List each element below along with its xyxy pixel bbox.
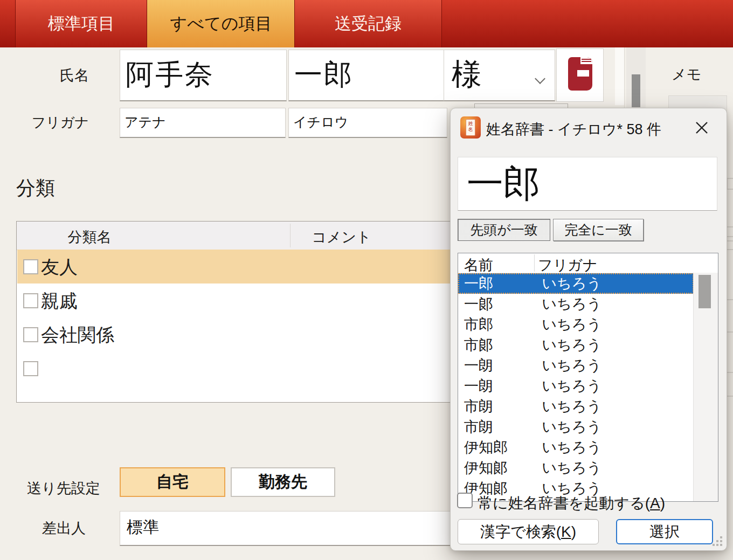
category-checkbox[interactable] [23,361,38,376]
dictionary-row-kana: いちろう [536,417,602,437]
dictionary-row-kana: いちろう [536,376,602,396]
dictionary-row-kana: いちろう [536,273,602,294]
dictionary-rows: 一郎 いちろう 一郞 いちろう 市郎 いちろう 市郞 [458,273,694,499]
dictionary-row[interactable]: 伊知郞 いちろう [458,458,694,478]
destination-label: 送り先設定 [27,479,100,498]
first-name-field[interactable]: 一郎 [288,50,448,101]
honorific-combobox[interactable]: 様 [444,50,555,101]
category-checkbox[interactable] [23,327,38,342]
dictionary-row-name: 一朗 [458,355,531,376]
category-row-label: 会社関係 [41,323,114,348]
dictionary-row[interactable]: 市郎 いちろう [458,314,694,335]
tab-bar: 標準項目 すべての項目 送受記録 [0,0,733,47]
chevron-down-icon [536,74,545,82]
dictionary-row-kana: いちろう [536,437,602,458]
match-prefix-button[interactable]: 先頭が一致 [458,219,550,241]
honorific-value: 様 [452,54,482,95]
always-start-checkbox[interactable] [457,493,473,508]
sender-label: 差出人 [42,518,86,538]
always-start-checkbox-label: 常に姓名辞書を起動する(A) [478,493,665,514]
dictionary-list-header: 名前 フリガナ [458,253,718,273]
dictionary-row-name: 市朗 [458,396,531,417]
category-comment-column-header: コメント [302,227,381,247]
scrollbar-thumb[interactable] [632,74,640,107]
dictionary-row-name: 一郞 [458,294,531,314]
name-dictionary-button[interactable] [556,49,604,102]
app-icon-text: 姓名 [466,119,475,136]
dictionary-row-kana: いちろう [536,335,602,355]
dictionary-row-name: 市朗 [458,417,531,437]
occluded-background-fragment [727,178,733,190]
book-icon [565,56,594,95]
dictionary-row-kana: いちろう [536,458,602,478]
search-by-kanji-button[interactable]: 漢字で検索(K) [458,519,599,544]
first-name-kana-field[interactable]: イチロウ [288,108,447,138]
column-divider [534,254,535,272]
tab-item[interactable]: すべての項目 [147,0,295,47]
dictionary-row-kana: いちろう [536,294,602,314]
dictionary-row-name: 伊知郎 [458,437,531,458]
destination-home-button[interactable]: 自宅 [120,467,225,497]
tab-item[interactable]: 送受記録 [294,0,442,47]
resize-grip[interactable] [713,536,722,546]
column-divider [290,224,291,247]
name-label: 氏名 [16,66,89,85]
list-scrollbar-thumb[interactable] [699,275,711,308]
dictionary-row[interactable]: 一郎 いちろう [458,273,694,294]
category-row-label: 友人 [41,255,78,280]
dictionary-row[interactable]: 一郞 いちろう [458,294,694,314]
name-dictionary-app-icon: 姓名 [460,116,481,139]
select-button[interactable]: 選択 [616,519,713,544]
close-icon[interactable] [692,118,711,137]
dictionary-row[interactable]: 伊知郎 いちろう [458,437,694,458]
dictionary-row-name: 市郞 [458,335,531,355]
category-checkbox[interactable] [23,259,38,274]
category-checkbox[interactable] [23,293,38,308]
dictionary-row[interactable]: 市朗 いちろう [458,396,694,417]
dictionary-row-name: 市郎 [458,314,531,335]
query-input[interactable]: 一郎 [458,157,717,211]
panel-edge [615,47,624,105]
dictionary-row-name: 伊知郞 [458,458,531,478]
destination-work-button[interactable]: 勤務先 [231,467,335,497]
dictionary-row-kana: いちろう [536,314,602,335]
last-name-field[interactable]: 阿手奈 [120,50,287,101]
dictionary-row-name: 一朗 [458,376,531,396]
last-name-kana-field[interactable]: アテナ [120,108,286,138]
dictionary-row-kana: いちろう [536,396,602,417]
memo-label: メモ [672,65,701,84]
dictionary-row-name: 一郎 [458,273,531,294]
dictionary-row[interactable]: 一朗 いちろう [458,376,694,396]
category-row-label: 親戚 [41,289,78,314]
name-column-header: 名前 [464,255,493,275]
dialog-title: 姓名辞書 - イチロウ* 58 件 [486,120,661,139]
tab-item[interactable]: 標準項目 [15,0,148,47]
match-exact-button[interactable]: 完全に一致 [553,219,644,241]
category-name-column-header: 分類名 [54,227,125,247]
dictionary-list: 名前 フリガナ 一郎 いちろう 一郞 いちろう [458,253,718,502]
furigana-label: フリガナ [16,113,89,132]
dictionary-row[interactable]: 市郞 いちろう [458,335,694,355]
dictionary-row-kana: いちろう [536,355,602,376]
list-scrollbar-track[interactable] [693,273,718,501]
name-dictionary-dialog: 姓名 姓名辞書 - イチロウ* 58 件 一郎 先頭が一致 完全に一致 名前 フ… [450,108,727,551]
dictionary-row[interactable]: 市朗 いちろう [458,417,694,437]
app-window: 標準項目 すべての項目 送受記録 氏名 阿手奈 一郎 様 フリガナ アテナ イチ… [0,0,733,560]
dictionary-row[interactable]: 一朗 いちろう [458,355,694,376]
category-heading: 分類 [16,175,55,202]
kana-column-header: フリガナ [538,255,598,275]
